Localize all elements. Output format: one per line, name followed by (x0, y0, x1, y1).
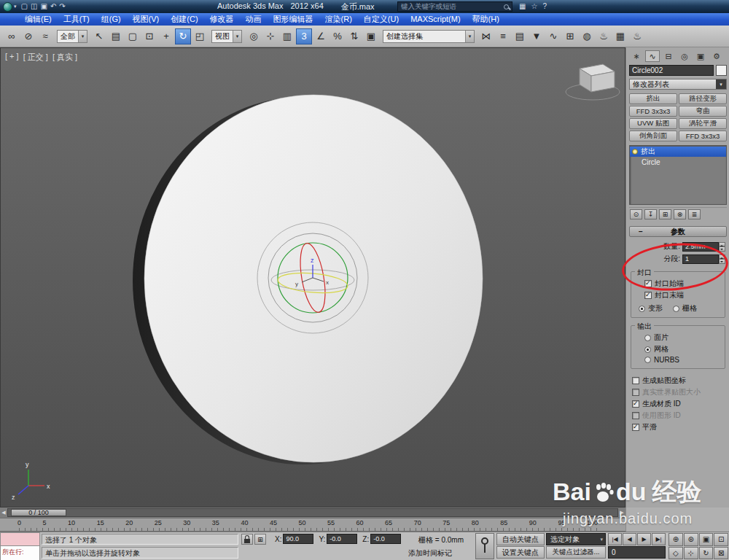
select-and-rotate-icon[interactable]: ↻ (175, 28, 191, 44)
view-cube[interactable] (566, 64, 620, 100)
generate-material-ids-checkbox[interactable] (632, 400, 639, 408)
zoom-icon[interactable]: ⊕ (668, 533, 683, 546)
stack-item-extrude[interactable]: 挤出 (630, 147, 726, 157)
ribbon-toggle-icon[interactable]: ▼ (529, 28, 545, 44)
track-bar[interactable]: 0510152025303540455055606570758085909510… (0, 518, 625, 532)
object-name-field[interactable]: Circle002 (629, 65, 714, 76)
modifier-preset-button[interactable]: 倒角剖面 (629, 131, 677, 141)
generate-mapping-coords-checkbox[interactable] (632, 377, 639, 384)
modifier-preset-button[interactable]: 挤出 (629, 93, 677, 104)
select-by-name-icon[interactable]: ▤ (108, 28, 124, 44)
pin-stack-icon[interactable]: ⊙ (630, 209, 642, 219)
maximize-viewport-toggle-icon[interactable]: ⊠ (714, 547, 728, 560)
amount-spinner[interactable]: 2.5mm (682, 242, 725, 252)
save-file-icon[interactable]: ▣ (40, 1, 47, 12)
menu-item[interactable]: 帮助(H) (467, 13, 505, 26)
infocenter-search-input[interactable]: 键入关键字或短语 (397, 1, 512, 12)
field-of-view-icon[interactable]: ◇ (668, 547, 683, 560)
utilities-tab-icon[interactable]: ⚙ (709, 50, 724, 62)
configure-modifier-sets-icon[interactable]: ≣ (688, 209, 701, 219)
zoom-extents-icon[interactable]: ▣ (699, 533, 714, 546)
curve-editor-icon[interactable]: ∿ (545, 28, 561, 44)
menu-item[interactable]: 动画 (240, 13, 268, 26)
search-icon[interactable] (504, 4, 509, 9)
key-filters-button[interactable]: 关键点过滤器... (546, 546, 606, 559)
zoom-region-icon[interactable]: ⊡ (714, 533, 728, 546)
select-and-scale-icon[interactable]: ◰ (192, 28, 208, 44)
viewport-pov-menu[interactable]: [ 正交 ] (23, 52, 48, 63)
select-and-link-icon[interactable]: ∞ (4, 28, 20, 44)
open-file-icon[interactable]: ◫ (31, 1, 37, 12)
cap-start-checkbox[interactable] (644, 280, 652, 287)
menu-item[interactable]: 自定义(U) (358, 13, 405, 26)
go-to-start-icon[interactable]: |◀ (608, 533, 622, 545)
render-production-icon[interactable]: ♨ (629, 28, 645, 44)
maxscript-mini-listener[interactable]: 所在行: (0, 532, 40, 560)
selection-filter-dropdown[interactable]: 全部 ▾ (57, 30, 87, 43)
percent-snap-icon[interactable]: % (330, 28, 346, 44)
new-file-icon[interactable]: ▢ (21, 1, 28, 12)
render-setup-icon[interactable]: ♨ (596, 28, 612, 44)
application-menu-button[interactable]: ▾ (3, 2, 17, 12)
motion-tab-icon[interactable]: ◎ (677, 50, 692, 62)
spinner-arrows-icon[interactable] (719, 242, 725, 252)
menu-item[interactable]: 组(G) (95, 13, 127, 26)
zoom-all-icon[interactable]: ⊛ (684, 533, 698, 546)
viewport-shading-menu[interactable]: [ 真实 ] (52, 52, 77, 63)
add-time-tag-button[interactable]: 添加时间标记 (408, 548, 452, 559)
object-color-swatch[interactable] (716, 65, 727, 76)
make-unique-icon[interactable]: ⊞ (659, 209, 671, 219)
angle-snap-icon[interactable]: ∠ (313, 28, 329, 44)
select-and-manipulate-icon[interactable]: ⊹ (262, 28, 278, 44)
segments-spinner[interactable]: 1 (682, 254, 725, 264)
patch-radio[interactable] (644, 335, 651, 341)
spinner-arrows-icon[interactable] (719, 254, 725, 264)
use-shape-ids-checkbox[interactable] (632, 412, 639, 419)
undo-icon[interactable]: ↶ (50, 1, 56, 12)
previous-frame-button[interactable]: ◀ (0, 510, 7, 516)
bind-to-space-warp-icon[interactable]: ≈ (37, 28, 53, 44)
modifier-preset-button[interactable]: FFD 3x3x3 (629, 106, 677, 117)
menu-item[interactable]: 修改器 (204, 13, 240, 26)
modify-tab-icon[interactable]: ∿ (645, 50, 660, 62)
set-key-mode-button[interactable]: 设置关键点 (496, 546, 545, 559)
time-slider[interactable]: ◀ 0 / 100 ▶ (0, 508, 625, 518)
nurbs-radio[interactable] (644, 357, 651, 363)
schematic-view-icon[interactable]: ⊞ (562, 28, 578, 44)
absolute-mode-toggle[interactable]: ⊞ (254, 534, 266, 545)
viewport-general-menu[interactable]: [ + ] (5, 52, 19, 63)
mesh-radio[interactable] (644, 346, 651, 353)
modifier-enabled-icon[interactable] (632, 149, 638, 155)
modifier-list-dropdown[interactable]: 修改器列表 ▾ (629, 79, 727, 90)
menu-item[interactable]: 工具(T) (58, 13, 95, 26)
cap-end-checkbox[interactable] (644, 292, 652, 299)
modifier-preset-button[interactable]: 路径变形 (679, 93, 727, 104)
pan-icon[interactable]: ⊹ (684, 547, 698, 560)
current-frame-field[interactable]: 0 (608, 546, 666, 559)
select-and-move-icon[interactable]: + (158, 28, 174, 44)
menu-item[interactable]: 编辑(E) (19, 13, 58, 26)
selection-lock-toggle[interactable] (241, 534, 253, 545)
spinner-snap-icon[interactable]: ⇅ (346, 28, 362, 44)
y-coordinate-field[interactable]: -0.0 (327, 534, 357, 544)
z-coordinate-field[interactable]: -0.0 (370, 534, 401, 544)
material-editor-icon[interactable]: ◍ (579, 28, 595, 44)
orbit-icon[interactable]: ↻ (699, 547, 714, 560)
help-icon[interactable]: ? (542, 1, 547, 12)
menu-item[interactable]: 视图(V) (127, 13, 165, 26)
grid-radio[interactable] (673, 306, 679, 312)
macro-recorder-field[interactable] (0, 532, 40, 546)
communication-center-icon[interactable]: ▦ (519, 1, 526, 12)
modifier-preset-button[interactable]: 弯曲 (679, 106, 727, 117)
time-slider-handle[interactable]: 0 / 100 (11, 509, 66, 516)
menu-item[interactable]: MAXScript(M) (405, 13, 466, 26)
set-key-button[interactable] (475, 533, 494, 559)
modifier-stack[interactable]: 挤出 Circle (629, 145, 727, 205)
x-coordinate-field[interactable]: 90.0 (283, 534, 313, 544)
use-center-icon[interactable]: ◎ (246, 28, 262, 44)
previous-frame-icon[interactable]: ◀ (623, 533, 636, 545)
menu-item[interactable]: 图形编辑器 (268, 13, 319, 26)
segments-value[interactable]: 1 (682, 254, 719, 264)
select-object-icon[interactable]: ↖ (91, 28, 107, 44)
keyboard-override-icon[interactable]: ▥ (279, 28, 295, 44)
